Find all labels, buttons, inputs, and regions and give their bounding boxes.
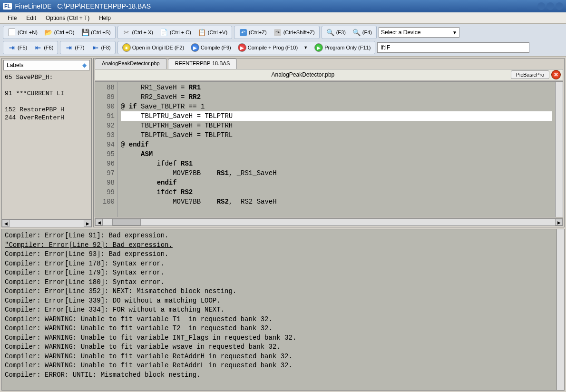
output-line[interactable]: Compiler: WARNING: Unable to fit variabl… xyxy=(5,352,561,362)
scroll-right-icon[interactable]: ▶ xyxy=(555,219,563,225)
label-item[interactable]: 65 SavePBP_H: xyxy=(5,74,88,81)
paste-button[interactable]: 📋(Ctrl +V) xyxy=(195,27,230,38)
compiler-output[interactable]: Compiler: Error[Line 91]: Bad expression… xyxy=(1,229,565,391)
file-new-icon xyxy=(8,28,16,37)
new-button[interactable]: (Ctrl +N) xyxy=(5,27,40,38)
minimize-icon[interactable] xyxy=(537,2,545,10)
scroll-thumb[interactable] xyxy=(112,219,141,225)
label-item[interactable] xyxy=(5,98,88,105)
tab-analogpeak[interactable]: AnalogPeakDetector.pbp xyxy=(95,59,167,69)
main-area: Labels◆ 65 SavePBP_H: 91 ***CURRENT LI 1… xyxy=(0,57,566,229)
output-line[interactable]: Compiler: WARNING: Unable to fit variabl… xyxy=(5,361,561,371)
chevron-down-icon[interactable]: ▼ xyxy=(303,45,308,50)
copy-button[interactable]: 📄(Ctrl + C) xyxy=(157,27,194,38)
undo-button[interactable]: ↶(Ctrl+Z) xyxy=(236,27,270,38)
redo-button[interactable]: ↷(Ctrl+Shift+Z) xyxy=(271,27,318,38)
open-button[interactable]: 📂(Ctrl +O) xyxy=(41,27,77,38)
tab-reenterpbp[interactable]: REENTERPBP-18.BAS xyxy=(168,59,237,69)
find-next-button[interactable]: 🔍(F4) xyxy=(350,27,375,38)
step-icon: ⇥ xyxy=(8,43,16,52)
labels-dropdown[interactable]: Labels◆ xyxy=(3,60,90,70)
output-line[interactable]: Compiler: Error[Line 93]: Bad expression… xyxy=(5,250,561,259)
output-line[interactable]: Compiler: Error[Line 180]: Syntax error. xyxy=(5,278,561,287)
label-item[interactable]: 91 ***CURRENT LI xyxy=(5,90,88,97)
play-green-icon: ▶ xyxy=(314,43,323,52)
scroll-left-icon[interactable]: ◀ xyxy=(95,219,103,225)
tab-bar: AnalogPeakDetector.pbp REENTERPBP-18.BAS xyxy=(94,59,564,69)
label-item[interactable]: 244 OverReEnterH xyxy=(5,114,88,121)
window-controls xyxy=(537,2,563,10)
toolbar: (Ctrl +N) 📂(Ctrl +O) 💾(Ctrl +S) ✂(Ctrl +… xyxy=(0,24,566,57)
output-line[interactable]: Compiler: ERROR: UNTIL: Mismatched block… xyxy=(5,371,561,380)
output-line[interactable]: Compiler: Error[Line 91]: Bad expression… xyxy=(5,231,561,241)
output-line[interactable]: Compiler: Error[Line 352]: NEXT: Mismatc… xyxy=(5,287,561,296)
open-origi-button[interactable]: ●Open in Origi IDE (F2) xyxy=(119,42,187,53)
compile-prog-button[interactable]: ▶Compile + Prog (F10) ▼ xyxy=(235,42,311,53)
f8-button[interactable]: ⇤(F8) xyxy=(88,42,114,53)
code-line[interactable]: TBLPTRL_SaveH = TBLPTRL xyxy=(121,130,552,140)
output-line[interactable]: Compiler: Error[Line 334]: FOR without a… xyxy=(5,305,561,315)
output-line[interactable]: Compiler: Error[Line 179]: Syntax error. xyxy=(5,268,561,278)
clipboard-icon: 📋 xyxy=(198,28,206,37)
magnifier-icon: 🔍 xyxy=(352,28,361,37)
play-red-icon: ▶ xyxy=(238,43,246,52)
program-only-button[interactable]: ▶Program Only (F11) xyxy=(312,42,373,53)
output-line[interactable]: Compiler: WARNING: Unable to fit variabl… xyxy=(5,333,561,343)
maximize-icon[interactable] xyxy=(546,2,554,10)
save-button[interactable]: 💾(Ctrl +S) xyxy=(78,27,113,38)
output-line[interactable]: "Compiler: Error[Line 92]: Bad expressio… xyxy=(5,241,561,250)
code-line[interactable]: @ if Save_TBLPTR == 1 xyxy=(121,102,552,111)
vertical-scrollbar[interactable] xyxy=(555,82,563,217)
close-document-button[interactable]: ✕ xyxy=(551,70,561,79)
device-select[interactable]: Select a Device▼ xyxy=(379,27,459,38)
code-line[interactable]: ASM xyxy=(121,149,552,159)
f7-button[interactable]: ⇥(F7) xyxy=(62,42,87,53)
compile-button[interactable]: ▶Compile (F9) xyxy=(188,42,234,53)
line-gutter: 888990919293949596979899100 xyxy=(95,82,118,217)
code-area[interactable]: RR1_SaveH = RR1 RR2_SaveH = RR2@ if Save… xyxy=(118,82,555,217)
output-line[interactable]: Compiler: WARNING: Unable to fit variabl… xyxy=(5,324,561,333)
output-line[interactable]: Compiler: WARNING: Unable to fit variabl… xyxy=(5,343,561,352)
output-line[interactable]: Compiler: Error[Line 339]: DO without a … xyxy=(5,296,561,306)
code-line[interactable]: RR2_SaveH = RR2 xyxy=(121,92,552,102)
menu-options[interactable]: Options (Ctrl + T) xyxy=(41,13,94,23)
f6-button[interactable]: ⇤(F6) xyxy=(31,42,56,53)
code-line[interactable]: TBLPTRH_SaveH = TBLPTRH xyxy=(121,121,552,130)
play-blue-icon: ▶ xyxy=(191,43,199,52)
language-badge[interactable]: PicBasicPro xyxy=(511,70,549,79)
titlebar: FL FineLineIDE C:\PBP\REENTERPBP-18.BAS xyxy=(0,0,566,12)
code-line[interactable]: MOVE?BB RS2, RS2 SaveH xyxy=(121,197,552,206)
menu-edit[interactable]: Edit xyxy=(21,13,41,23)
scroll-right-icon[interactable]: ▶ xyxy=(84,220,91,227)
code-line[interactable]: ifdef RS2 xyxy=(121,187,552,197)
menu-help[interactable]: Help xyxy=(94,13,116,23)
code-line[interactable]: TBLPTRU_SaveH = TBLPTRU xyxy=(121,111,552,121)
labels-list[interactable]: 65 SavePBP_H: 91 ***CURRENT LI 152 Resto… xyxy=(2,72,91,219)
app-title: FineLineIDE C:\PBP\REENTERPBP-18.BAS xyxy=(15,2,151,10)
label-item[interactable] xyxy=(5,82,88,89)
horizontal-scrollbar[interactable]: ◀ ▶ xyxy=(2,219,91,227)
editor-horizontal-scrollbar[interactable]: ◀ ▶ xyxy=(95,218,563,226)
copy-icon: 📄 xyxy=(160,28,168,37)
find-button[interactable]: 🔍(F3) xyxy=(323,27,349,38)
magnifier-icon: 🔍 xyxy=(326,28,335,37)
output-line[interactable]: Compiler: Error[Line 178]: Syntax error. xyxy=(5,259,561,269)
code-line[interactable]: RR1_SaveH = RR1 xyxy=(121,83,552,92)
output-vertical-scrollbar[interactable] xyxy=(556,229,564,390)
save-icon: 💾 xyxy=(81,28,89,37)
chevron-down-icon: ▼ xyxy=(452,30,457,35)
label-item[interactable]: 152 RestorePBP_H xyxy=(5,106,88,113)
code-line[interactable]: @ endif xyxy=(121,140,552,149)
cut-button[interactable]: ✂(Ctrl + X) xyxy=(119,27,156,38)
close-window-icon[interactable] xyxy=(556,2,563,10)
code-line[interactable]: MOVE?BB RS1, _RS1_SaveH xyxy=(121,168,552,178)
scroll-left-icon[interactable]: ◀ xyxy=(2,220,10,227)
output-line[interactable]: Compiler: WARNING: Unable to fit variabl… xyxy=(5,315,561,324)
app-logo: FL xyxy=(3,3,12,10)
code-line[interactable]: ifdef RS1 xyxy=(121,159,552,168)
code-editor[interactable]: 888990919293949596979899100 RR1_SaveH = … xyxy=(95,81,563,217)
f5-button[interactable]: ⇥(F5) xyxy=(5,42,30,53)
code-line[interactable]: endif xyxy=(121,178,552,187)
menu-file[interactable]: File xyxy=(3,13,21,23)
snippet-input[interactable]: if:IF xyxy=(377,42,529,53)
